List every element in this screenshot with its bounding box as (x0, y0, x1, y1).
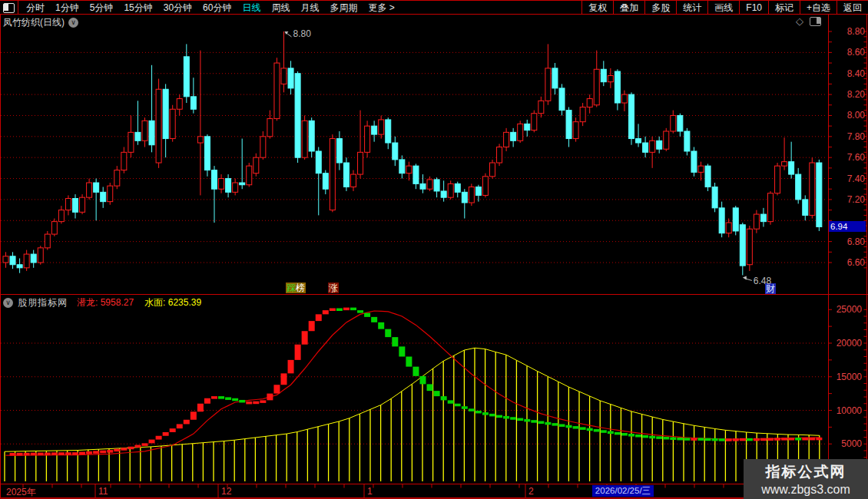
watermark: 指标公式网 www.zbgs3.com (744, 459, 868, 499)
indicator-chevron-icon[interactable]: ∨ (3, 298, 13, 308)
chart-canvas[interactable] (0, 0, 868, 499)
date-axis-label: 2 (528, 486, 534, 497)
pane-split-icon[interactable] (810, 17, 821, 26)
indicator-axis-label: 5000 (830, 438, 862, 449)
price-axis-label: 8.80 (833, 26, 865, 37)
low-price-annotation: 6.48 (754, 276, 771, 286)
price-axis-label: 8.20 (833, 89, 865, 100)
marker-badge-caibang: 踩榜 (286, 283, 306, 293)
indicator-axis-label: 10000 (830, 405, 862, 416)
indicator-source: 股朋指标网 (18, 296, 68, 309)
price-axis-label: 7.40 (833, 173, 865, 184)
date-axis-label: 11 (98, 486, 108, 497)
watermark-url: www.zbgs3.com (761, 483, 850, 497)
stock-chart-window: 分时1分钟5分钟15分钟30分钟60分钟日线周线月线多周期更多 > 复权叠加多股… (0, 0, 868, 499)
date-axis-label: 12 (221, 486, 231, 497)
price-axis-label: 8.00 (833, 110, 865, 121)
watermark-title: 指标公式网 (766, 462, 846, 482)
price-axis-label: 8.60 (833, 47, 865, 58)
indicator-header: ∨ 股朋指标网 潜龙: 5958.27 水面: 6235.39 (3, 296, 201, 309)
indicator-axis-label: 20000 (830, 338, 862, 349)
marker-badge-zhang: 涨 (328, 283, 339, 293)
title-row-icons: ◇ (796, 17, 821, 26)
indicator-line1: 潜龙: 5958.27 (77, 296, 134, 309)
chart-title: 凤竹纺织(日线) (3, 16, 65, 29)
indicator-axis-label: 15000 (830, 372, 862, 382)
price-axis-label: 7.80 (833, 131, 865, 142)
price-axis-label: 8.40 (833, 68, 865, 79)
price-axis-label: 6.80 (833, 236, 865, 247)
indicator-line2: 水面: 6235.39 (144, 296, 201, 309)
price-axis-label: 6.60 (833, 257, 865, 268)
diamond-icon[interactable]: ◇ (796, 17, 803, 26)
high-price-annotation: 8.80 (293, 28, 311, 39)
chevron-down-icon[interactable]: ∨ (68, 18, 78, 28)
price-axis-label: 7.60 (833, 152, 865, 163)
date-highlight: 2026/02/25/三 (592, 485, 654, 497)
date-axis-label: 1 (367, 486, 373, 497)
indicator-axis-label: 25000 (830, 304, 862, 315)
price-axis-label: 7.20 (833, 194, 865, 205)
date-axis-label: 2025年 (6, 486, 36, 499)
chart-title-row: 凤竹纺织(日线) ∨ (3, 16, 78, 29)
current-price-marker: 6.94 (829, 221, 866, 232)
